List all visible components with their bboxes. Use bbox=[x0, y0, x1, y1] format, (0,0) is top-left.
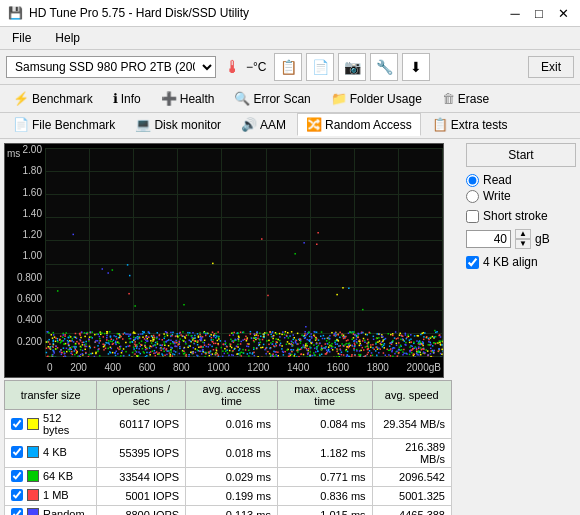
tab-benchmark[interactable]: ⚡ Benchmark bbox=[4, 87, 102, 110]
menu-help[interactable]: Help bbox=[47, 29, 88, 47]
menu-file[interactable]: File bbox=[4, 29, 39, 47]
tab-extra-label: Extra tests bbox=[451, 118, 508, 132]
tab-extra-tests[interactable]: 📋 Extra tests bbox=[423, 113, 517, 136]
row-label-2: 64 KB bbox=[5, 468, 97, 487]
minimize-button[interactable]: ─ bbox=[506, 4, 524, 22]
write-radio-label[interactable]: Write bbox=[466, 189, 576, 203]
tab-file-benchmark[interactable]: 📄 File Benchmark bbox=[4, 113, 124, 136]
tab-aam-label: AAM bbox=[260, 118, 286, 132]
tab-error-scan[interactable]: 🔍 Error Scan bbox=[225, 87, 319, 110]
x-label-9: 1800 bbox=[367, 362, 389, 373]
row-max-3: 0.836 ms bbox=[277, 487, 372, 506]
erase-icon: 🗑 bbox=[442, 91, 455, 106]
benchmark-icon: ⚡ bbox=[13, 91, 29, 106]
tab-random-label: Random Access bbox=[325, 118, 412, 132]
toolbar-icon-2[interactable]: 📄 bbox=[306, 53, 334, 81]
y-label-5: 1.00 bbox=[23, 250, 42, 261]
data-table: transfer size operations / sec avg. acce… bbox=[4, 380, 452, 515]
row-avg-3: 0.199 ms bbox=[186, 487, 278, 506]
toolbar-icon-5[interactable]: ⬇ bbox=[402, 53, 430, 81]
y-label-4: 1.20 bbox=[23, 229, 42, 240]
row-speed-0: 29.354 MB/s bbox=[372, 410, 451, 439]
row-checkbox-3[interactable] bbox=[11, 489, 23, 501]
table-row: 64 KB 33544 IOPS 0.029 ms 0.771 ms 2096.… bbox=[5, 468, 452, 487]
row-label-4: Random bbox=[5, 506, 97, 516]
extra-tests-icon: 📋 bbox=[432, 117, 448, 132]
row-checkbox-1[interactable] bbox=[11, 446, 23, 458]
row-checkbox-2[interactable] bbox=[11, 470, 23, 482]
temperature-display: 🌡 −°C bbox=[224, 57, 266, 78]
col-avg: avg. access time bbox=[186, 381, 278, 410]
row-speed-3: 5001.325 bbox=[372, 487, 451, 506]
random-access-icon: 🔀 bbox=[306, 117, 322, 132]
tab-info[interactable]: ℹ Info bbox=[104, 87, 150, 110]
row-max-2: 0.771 ms bbox=[277, 468, 372, 487]
row-color-0 bbox=[27, 418, 39, 430]
col-transfer-size: transfer size bbox=[5, 381, 97, 410]
device-select[interactable]: Samsung SSD 980 PRO 2TB (2000 gB) bbox=[6, 56, 216, 78]
x-label-6: 1200 bbox=[247, 362, 269, 373]
short-stroke-text: Short stroke bbox=[483, 209, 548, 223]
read-radio[interactable] bbox=[466, 174, 479, 187]
row-max-1: 1.182 ms bbox=[277, 439, 372, 468]
row-ops-0: 60117 IOPS bbox=[97, 410, 186, 439]
short-stroke-checkbox[interactable] bbox=[466, 210, 479, 223]
aam-icon: 🔊 bbox=[241, 117, 257, 132]
maximize-button[interactable]: □ bbox=[530, 4, 548, 22]
row-checkbox-4[interactable] bbox=[11, 508, 23, 515]
write-radio[interactable] bbox=[466, 190, 479, 203]
tab-random-access[interactable]: 🔀 Random Access bbox=[297, 113, 421, 136]
right-panel: Start Read Write Short stroke ▲ ▼ gB bbox=[466, 143, 576, 515]
x-label-7: 1400 bbox=[287, 362, 309, 373]
tab-benchmark-label: Benchmark bbox=[32, 92, 93, 106]
tab-folder-usage[interactable]: 📁 Folder Usage bbox=[322, 87, 431, 110]
y-label-8: 0.400 bbox=[17, 314, 42, 325]
y-label-2: 1.60 bbox=[23, 187, 42, 198]
col-speed: avg. speed bbox=[372, 381, 451, 410]
exit-button[interactable]: Exit bbox=[528, 56, 574, 78]
row-avg-0: 0.016 ms bbox=[186, 410, 278, 439]
y-label-9: 0.200 bbox=[17, 336, 42, 347]
tab-disk-monitor[interactable]: 💻 Disk monitor bbox=[126, 113, 230, 136]
chart-inner bbox=[45, 148, 443, 357]
col-max: max. access time bbox=[277, 381, 372, 410]
menu-bar: File Help bbox=[0, 27, 580, 50]
title-bar-left: 💾 HD Tune Pro 5.75 - Hard Disk/SSD Utili… bbox=[8, 6, 249, 20]
spin-up-button[interactable]: ▲ bbox=[515, 229, 531, 239]
y-label-0: 2.00 bbox=[23, 144, 42, 155]
table-row: 512 bytes 60117 IOPS 0.016 ms 0.084 ms 2… bbox=[5, 410, 452, 439]
tab-health-label: Health bbox=[180, 92, 215, 106]
row-ops-2: 33544 IOPS bbox=[97, 468, 186, 487]
short-stroke-label[interactable]: Short stroke bbox=[466, 209, 576, 223]
x-label-10: 2000gB bbox=[407, 362, 441, 373]
row-checkbox-0[interactable] bbox=[11, 418, 23, 430]
align-label[interactable]: 4 KB align bbox=[466, 255, 576, 269]
table-row: 4 KB 55395 IOPS 0.018 ms 1.182 ms 216.38… bbox=[5, 439, 452, 468]
short-stroke-input[interactable] bbox=[466, 230, 511, 248]
align-checkbox[interactable] bbox=[466, 256, 479, 269]
gb-label: gB bbox=[535, 232, 550, 246]
row-color-1 bbox=[27, 446, 39, 458]
tab-info-label: Info bbox=[121, 92, 141, 106]
spin-down-button[interactable]: ▼ bbox=[515, 239, 531, 249]
tab-health[interactable]: ➕ Health bbox=[152, 87, 224, 110]
x-label-4: 800 bbox=[173, 362, 190, 373]
row-avg-1: 0.018 ms bbox=[186, 439, 278, 468]
disk-monitor-icon: 💻 bbox=[135, 117, 151, 132]
close-button[interactable]: ✕ bbox=[554, 4, 572, 22]
chart-container: ms 2.00 1.80 1.60 1.40 1.20 1.00 0.800 0… bbox=[4, 143, 444, 378]
col-ops: operations / sec bbox=[97, 381, 186, 410]
read-radio-label[interactable]: Read bbox=[466, 173, 576, 187]
toolbar-icon-4[interactable]: 🔧 bbox=[370, 53, 398, 81]
tab-aam[interactable]: 🔊 AAM bbox=[232, 113, 295, 136]
y-label-6: 0.800 bbox=[17, 272, 42, 283]
tab-erase[interactable]: 🗑 Erase bbox=[433, 87, 498, 110]
start-button[interactable]: Start bbox=[466, 143, 576, 167]
toolbar-icon-3[interactable]: 📷 bbox=[338, 53, 366, 81]
toolbar-icon-1[interactable]: 📋 bbox=[274, 53, 302, 81]
gb-spinners: ▲ ▼ bbox=[515, 229, 531, 249]
row-label-0: 512 bytes bbox=[5, 410, 97, 439]
row-color-2 bbox=[27, 470, 39, 482]
y-label-3: 1.40 bbox=[23, 208, 42, 219]
short-stroke-row: ▲ ▼ gB bbox=[466, 229, 576, 249]
